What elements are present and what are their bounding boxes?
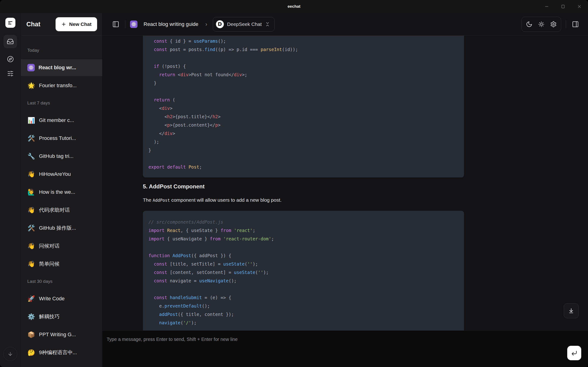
sidebar-item[interactable]: 👋问候对话 [21,238,102,254]
dark-mode-button[interactable] [523,18,535,30]
sidebar-item[interactable]: 📊Git member c... [21,112,102,129]
sidebar-item[interactable]: 🔧GitHub tag tri... [21,148,102,165]
code-line [148,285,458,293]
code-line: <h2>{post.title}</h2> [148,112,458,121]
wave-emoji-icon: 👋 [27,171,35,178]
sidebar-item[interactable]: 👋简单问候 [21,256,102,272]
sidebar-item[interactable]: 🚀Write Code [21,290,102,307]
code-block-addpost-component: // src/components/AddPost.jsimport React… [143,211,464,330]
new-chat-button[interactable]: New Chat [56,17,97,31]
sidebar-section-label: Last 30 days [21,279,102,284]
inbox-icon [7,38,14,45]
main-panel: React blog writing guide › D DeepSeek Ch… [103,13,588,367]
minimize-icon [544,4,549,9]
minimize-button[interactable] [544,3,550,9]
gear-icon [550,21,557,27]
code-line: </div> [148,129,458,138]
sidebar-section-label: Today [21,48,102,53]
sidebar-item-label: GitHub 操作版... [39,225,76,232]
settings-button[interactable] [547,18,560,30]
package-emoji-icon: 📦 [27,331,35,338]
sidebar-item-label: HiHowAreYou [39,171,71,177]
model-name: DeepSeek Chat [227,21,262,27]
hammer-wrench-emoji-icon: 🛠️ [27,135,35,142]
chat-header: React blog writing guide › D DeepSeek Ch… [103,13,588,36]
sidebar-item[interactable]: 👋HiHowAreYou [21,166,102,183]
sidebar-item[interactable]: 🛠️GitHub 操作版... [21,220,102,236]
section-heading: 5. AddPost Component [143,183,464,191]
moon-icon [526,21,532,27]
header-divider [566,20,566,28]
code-line: } [148,79,458,87]
wave-emoji-icon: 👋 [27,242,35,250]
sidebar-item[interactable]: 🛠️Process Tutori... [21,130,102,147]
panel-right-icon [572,21,579,28]
toggle-sidebar-button[interactable] [111,20,121,29]
sidebar-item[interactable]: ⚙️解耦技巧 [21,308,102,325]
sidebar-item-label: Fourier transfo... [39,83,77,89]
close-button[interactable] [576,3,582,9]
arrow-down-to-line-icon [568,308,574,314]
sidebar-item[interactable]: React blog wr... [21,59,102,76]
code-line: const [title, setTitle] = useState(''); [148,260,458,268]
nav-discover-button[interactable] [7,55,14,63]
nav-settings-button[interactable] [7,70,14,77]
sun-icon [538,21,545,27]
titlebar: eechat [0,0,588,13]
nav-chats-button[interactable] [3,35,17,48]
gear-emoji-icon: ⚙️ [27,313,35,320]
breadcrumb-chevron-icon: › [205,21,207,27]
code-line: ); [148,138,458,146]
react-icon [27,64,35,71]
new-chat-label: New Chat [69,21,92,27]
code-line: return <div>Post not found</div>; [148,70,458,79]
code-line: import { useNavigate } from 'react-route… [148,234,458,243]
code-line [148,243,458,251]
app-window: eechat [0,0,588,367]
sidebar-item[interactable]: 👋代码求助对话 [21,202,102,218]
sidebar-item-label: Git member c... [39,117,74,123]
collapse-icon [265,22,270,27]
sidebar-item[interactable]: 📦PPT Writing G... [21,326,102,343]
message-list[interactable]: const { id } = useParams(); const post =… [103,36,588,330]
rail-scroll-down-button[interactable] [3,347,17,361]
header-divider [125,20,125,28]
message-input[interactable] [103,331,588,367]
wrench-emoji-icon: 🔧 [27,153,35,160]
model-selector[interactable]: D DeepSeek Chat [213,17,275,32]
star-emoji-icon: 🌟 [27,82,35,89]
toggle-right-panel-button[interactable] [571,20,580,29]
close-icon [577,4,582,9]
sidebar-item[interactable]: 🤔9种编程语言中... [21,344,102,361]
plus-icon [61,22,66,27]
sidebar-item[interactable]: 🙋‍♂️How is the we... [21,184,102,200]
code-line: // src/components/AddPost.js [148,218,458,226]
thinking-emoji-icon: 🤔 [27,349,35,356]
code-line: addPost({ title, content }); [148,310,458,318]
scroll-to-bottom-button[interactable] [564,303,579,318]
enter-icon [571,350,578,356]
inline-code: AddPost [153,198,170,203]
wave-emoji-icon: 👋 [27,207,35,214]
wave-emoji-icon: 👋 [27,260,35,267]
code-line [148,54,458,62]
code-line [148,87,458,96]
sidebar-section-label: Last 7 days [21,100,102,106]
sidebar-header: Chat New Chat [21,13,102,36]
code-line: import React, { useState } from 'react'; [148,226,458,234]
sidebar-item-label: 代码求助对话 [39,207,70,214]
send-button[interactable] [567,346,581,360]
code-line: e.preventDefault(); [148,302,458,310]
code-line: function AddPost({ addPost }) { [148,251,458,260]
sidebar-item[interactable]: 🌟Fourier transfo... [21,77,102,94]
maximize-button[interactable] [560,3,566,9]
sidebar-list[interactable]: TodayReact blog wr...🌟Fourier transfo...… [21,36,102,367]
light-mode-button[interactable] [535,18,547,30]
nav-rail [0,13,21,367]
message-paragraph: The AddPost component will allow users t… [143,197,464,204]
code-line: navigate('/'); [148,318,458,327]
sliders-icon [7,70,14,77]
app-logo-button[interactable] [5,18,15,28]
code-line: const post = posts.find((p) => p.id === … [148,45,458,54]
code-line [148,154,458,163]
